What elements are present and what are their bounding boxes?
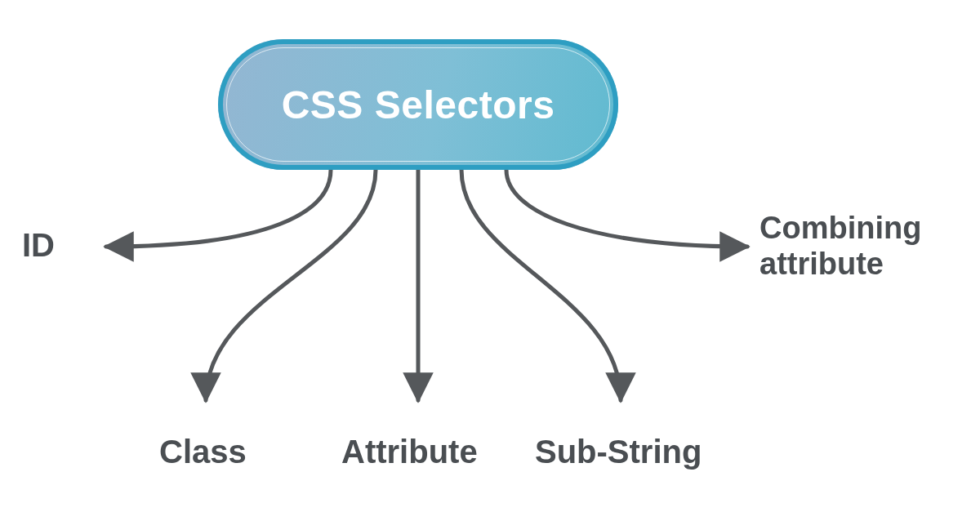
leaf-substring-label: Sub-String <box>535 434 702 470</box>
leaf-class: Class <box>159 433 247 470</box>
diagram-canvas: CSS Selectors ID Combining attribute Cla… <box>0 0 980 512</box>
leaf-id-label: ID <box>22 227 55 263</box>
leaf-combining-line1: Combining <box>760 211 921 245</box>
leaf-attribute: Attribute <box>341 433 478 470</box>
leaf-class-label: Class <box>159 434 247 470</box>
leaf-combining-line2: attribute <box>760 247 884 281</box>
leaf-substring: Sub-String <box>535 433 702 470</box>
leaf-id: ID <box>22 226 55 264</box>
root-node: CSS Selectors <box>218 39 618 170</box>
root-node-label: CSS Selectors <box>282 82 555 127</box>
leaf-attribute-label: Attribute <box>341 434 478 470</box>
leaf-combining: Combining attribute <box>760 211 921 282</box>
